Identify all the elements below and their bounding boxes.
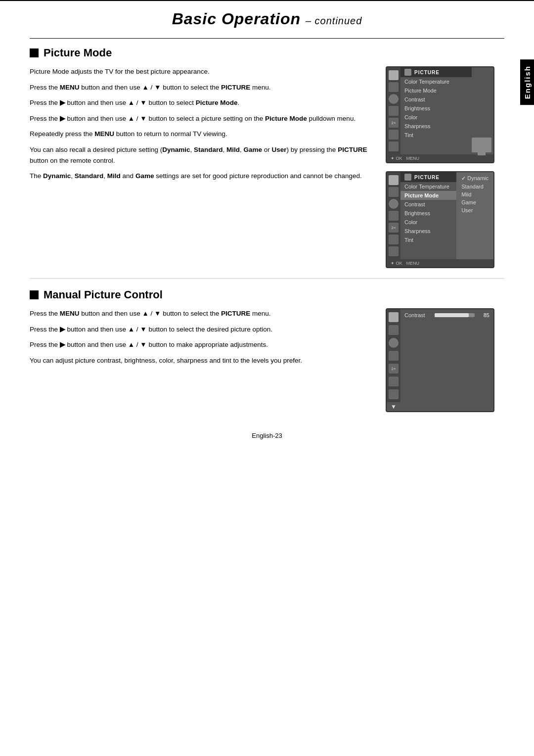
- tv-menu-tv-preview: [472, 67, 493, 154]
- menu2-item-3[interactable]: Contrast: [400, 200, 456, 209]
- slider-icon-4: [389, 351, 399, 361]
- tv-icon-6: [389, 130, 399, 140]
- menu2-item-2[interactable]: Picture Mode: [400, 191, 456, 200]
- tv-menu-title-2: PICTURE: [400, 172, 456, 182]
- tv-icon2-5: 2+: [389, 223, 399, 233]
- section-square-icon-2: [30, 290, 39, 299]
- tv-icon2-7: [389, 246, 399, 256]
- tv-menu-icons-1: 2+: [387, 67, 400, 154]
- menu1-item-sharpness[interactable]: Sharpness: [400, 122, 472, 131]
- tv-title-icon: [404, 69, 411, 76]
- mp-para-4: You can adjust picture contrast, brightn…: [30, 355, 376, 366]
- tv-icon-5: 2+: [389, 118, 399, 128]
- tv-menu-items-2: PICTURE Color Temperature Picture Mode C…: [400, 172, 456, 259]
- manual-picture-heading: Manual Picture Control: [30, 288, 504, 301]
- tv-icon2-pic: [389, 175, 399, 185]
- menu2-item-color[interactable]: Color: [400, 218, 456, 227]
- tv-icon2-6: [389, 235, 399, 244]
- submenu-standard[interactable]: Standard: [459, 183, 490, 190]
- tv-menu-2: 2+ PICTURE Color Temperature Picture Mod…: [386, 171, 494, 268]
- tv-icon-pic: [389, 70, 399, 80]
- contrast-label: Contrast: [404, 312, 432, 318]
- footer2-ok: ✦ OK: [391, 261, 402, 266]
- tv-slider-content: Contrast 85: [400, 309, 493, 402]
- menu2-item-sharpness[interactable]: Sharpness: [400, 227, 456, 236]
- tv-title-icon-2: [404, 174, 411, 181]
- main-content: Picture Mode Picture Mode adjusts the TV…: [0, 47, 534, 412]
- section-square-icon: [30, 48, 39, 57]
- footer-ok: ✦ OK: [391, 156, 402, 161]
- pm-para-1: Picture Mode adjusts the TV for the best…: [30, 66, 376, 77]
- footer-menu: MENU: [406, 156, 420, 161]
- menu1-item-tint[interactable]: Tint: [400, 131, 472, 140]
- slider-icon-2: [389, 325, 399, 335]
- menu2-item-tint[interactable]: Tint: [400, 236, 456, 244]
- menu2-item-1[interactable]: Color Temperature: [400, 182, 456, 191]
- tv-slider-icons: 2+: [387, 309, 400, 402]
- pm-para-4: Press the ▶ button and then use ▲ / ▼ bu…: [30, 113, 376, 124]
- tv-icon-3: [389, 94, 399, 104]
- english-tab: English: [520, 59, 534, 105]
- contrast-bar: [435, 313, 475, 317]
- manual-picture-text: Press the MENU button and then use ▲ / ▼…: [30, 308, 376, 412]
- pm-para-5: Repeatedly press the MENU button to retu…: [30, 129, 376, 140]
- slider-icon-3: [389, 338, 399, 348]
- submenu-game[interactable]: Game: [459, 198, 490, 206]
- tv-icon2-2: [389, 187, 399, 197]
- tv-preview-icon: [472, 138, 491, 152]
- tv-menu-title-1: PICTURE: [400, 67, 472, 77]
- menu1-item-1[interactable]: Color Temperature: [400, 77, 472, 86]
- pm-para-2: Press the MENU button and then use ▲ / ▼…: [30, 82, 376, 93]
- title-rule: [30, 38, 504, 39]
- tv-menu-1: 2+ PICTURE Color Temperature Picture Mod…: [386, 66, 494, 163]
- page-header: Basic Operation – continued: [0, 0, 534, 33]
- picture-mode-heading: Picture Mode: [30, 47, 504, 59]
- picture-mode-text: Picture Mode adjusts the TV for the best…: [30, 66, 376, 268]
- menu2-item-brightness[interactable]: Brightness: [400, 209, 456, 218]
- tv-slider-menu: 2+ Contrast 85 ▼: [386, 308, 494, 412]
- tv-icon2-3: [389, 199, 399, 209]
- slider-icon-5: 2+: [389, 364, 399, 374]
- contrast-fill: [435, 313, 469, 317]
- menu1-item-2[interactable]: Picture Mode: [400, 86, 472, 95]
- page-number: English-23: [252, 432, 282, 439]
- picture-mode-images: 2+ PICTURE Color Temperature Picture Mod…: [386, 66, 504, 268]
- submenu-mild[interactable]: Mild: [459, 190, 490, 198]
- submenu-dynamic[interactable]: Dynamic: [459, 174, 490, 183]
- pm-para-3: Press the ▶ button and then use ▲ / ▼ bu…: [30, 97, 376, 108]
- manual-picture-image: 2+ Contrast 85 ▼: [386, 308, 504, 412]
- tv-icon2-4: [389, 211, 399, 221]
- manual-picture-section: Press the MENU button and then use ▲ / ▼…: [30, 308, 504, 412]
- menu1-item-color[interactable]: Color: [400, 113, 472, 122]
- page-title: Basic Operation – continued: [30, 10, 504, 28]
- menu1-item-brightness[interactable]: Brightness: [400, 104, 472, 113]
- picture-mode-section: Picture Mode adjusts the TV for the best…: [30, 66, 504, 268]
- down-arrow-indicator: ▼: [387, 402, 493, 411]
- tv-icon-4: [389, 106, 399, 116]
- section-divider: [30, 278, 504, 279]
- tv-menu-items-1: PICTURE Color Temperature Picture Mode C…: [400, 67, 472, 154]
- manual-picture-title: Manual Picture Control: [44, 288, 163, 301]
- tv-icon-7: [389, 142, 399, 151]
- tv-menu-icons-2: 2+: [387, 172, 400, 259]
- footer2-menu: MENU: [406, 261, 420, 266]
- submenu-user[interactable]: User: [459, 206, 490, 214]
- picture-mode-title: Picture Mode: [44, 47, 112, 59]
- slider-icon-7: [389, 389, 399, 399]
- tv-menu-footer-1: ✦ OK MENU: [387, 154, 493, 162]
- tv-menu-submenu: Dynamic Standard Mild Game User: [456, 172, 493, 259]
- menu1-item-3[interactable]: Contrast: [400, 95, 472, 104]
- tv-icon-2: [389, 82, 399, 92]
- mp-para-2: Press the ▶ button and then use ▲ / ▼ bu…: [30, 324, 376, 335]
- slider-icon-6: [389, 377, 399, 386]
- slider-icon-1: [389, 312, 399, 322]
- tv-menu-footer-2: ✦ OK MENU: [387, 259, 493, 267]
- page-footer: English-23: [0, 422, 534, 449]
- pm-para-7: The Dynamic, Standard, Mild and Game set…: [30, 171, 376, 182]
- contrast-slider-row: Contrast 85: [404, 312, 490, 318]
- mp-para-3: Press the ▶ button and then use ▲ / ▼ bu…: [30, 339, 376, 350]
- contrast-value: 85: [478, 312, 490, 318]
- pm-para-6: You can also recall a desired picture se…: [30, 144, 376, 166]
- mp-para-1: Press the MENU button and then use ▲ / ▼…: [30, 308, 376, 319]
